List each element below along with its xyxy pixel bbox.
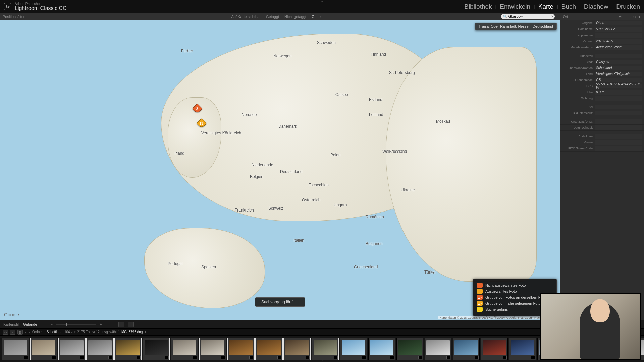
metadata-key: Titel <box>562 105 593 109</box>
filter-none[interactable]: Ohne <box>312 15 321 19</box>
metadata-value[interactable] <box>595 119 642 124</box>
second-window-icon[interactable]: 2 <box>10 330 15 335</box>
map-place-label: Norwegen <box>273 54 292 58</box>
module-book[interactable]: Buch <box>561 3 576 10</box>
filmstrip-thumb[interactable] <box>368 338 395 360</box>
filter-untagged[interactable]: Nicht getaggt <box>284 15 306 19</box>
metadata-value[interactable] <box>595 125 642 130</box>
clear-search-icon[interactable]: ✕ <box>551 15 554 18</box>
map-place-label: Frankreich <box>235 208 254 213</box>
bottom-panel-handle[interactable]: ▴ <box>321 359 323 362</box>
filmstrip-thumb[interactable] <box>312 338 339 360</box>
thumb-badge-icon <box>446 356 450 359</box>
filmstrip-thumb[interactable] <box>143 338 170 360</box>
map-place-label: Polen <box>330 153 341 157</box>
map-place-label: Italien <box>293 238 304 243</box>
thumb-badge-icon <box>193 356 197 359</box>
metadata-key: Vorgabe <box>562 21 593 25</box>
filter-visible-on-map[interactable]: Auf Karte sichtbar <box>231 15 261 19</box>
filmstrip-thumb[interactable] <box>87 338 113 360</box>
module-print[interactable]: Drucken <box>616 3 640 10</box>
metadata-value[interactable] <box>595 96 642 101</box>
grid-view-icon[interactable]: ▦ <box>17 330 23 335</box>
metadata-key: IPTC Szene-Code <box>562 147 593 150</box>
metadata-value[interactable]: GB <box>595 78 642 82</box>
map-place-label: Estland <box>369 97 382 102</box>
thumb-badge-icon <box>418 356 422 359</box>
top-panel-handle[interactable]: ▾ <box>321 0 323 3</box>
path-folder-label: Ordner : <box>32 330 45 334</box>
map-zoom-slider[interactable] <box>56 324 96 325</box>
metadata-value[interactable] <box>595 33 642 38</box>
metadata-row: IPTC Szene-Code <box>560 145 644 152</box>
filmstrip-thumb[interactable]: • • • • <box>509 338 536 360</box>
google-logo: Google <box>4 312 19 317</box>
map-place-label: Nordsee <box>241 112 257 117</box>
filmstrip-thumb[interactable] <box>58 338 85 360</box>
metadata-key: Datum/Uhrzeit <box>562 126 593 129</box>
metadata-value[interactable] <box>595 146 642 151</box>
metadata-value[interactable]: Aktuellster Stand <box>595 45 642 50</box>
path-count-text: 104 von 2175 Fotos/ 12 ausgewählt/ <box>64 330 118 334</box>
metadata-value[interactable]: Schottland <box>595 66 642 70</box>
metadata-value[interactable]: 0,0 m <box>595 90 642 95</box>
thumb-badge-icon <box>165 356 169 359</box>
filmstrip-thumb[interactable] <box>425 338 451 360</box>
map-place-label: Deutschland <box>280 169 303 174</box>
metadata-value[interactable]: 2018-04-29 <box>595 39 642 44</box>
filmstrip-thumb[interactable] <box>2 338 29 360</box>
module-develop[interactable]: Entwickeln <box>500 3 530 10</box>
lock-icon[interactable] <box>118 322 124 327</box>
map-style-value[interactable]: Gelände <box>23 322 37 326</box>
legend-group-same-icon: 123 <box>477 295 483 300</box>
path-folder-value[interactable]: Schottland <box>47 330 62 334</box>
filmstrip-thumb[interactable]: • • • • <box>453 338 480 360</box>
metadata-value[interactable]: 55°50'58.816" N 4°14'25.561" W <box>595 84 642 88</box>
legend-unselected-icon <box>477 283 483 288</box>
metadata-row: Kopiename <box>560 32 644 38</box>
metadata-row: Ortsdetail <box>560 53 644 59</box>
metadata-key: Dateiname <box>562 27 593 31</box>
map-canvas[interactable]: Traisa, Ober-Ramstadt, Hessen, Deutschla… <box>0 20 560 320</box>
metadata-key: GPS <box>562 84 593 88</box>
module-map[interactable]: Karte <box>538 3 553 10</box>
map-searching-toast: Suchvorgang läuft … <box>255 297 305 307</box>
map-landmass <box>386 47 537 282</box>
filmstrip-thumb[interactable] <box>227 338 254 360</box>
filmstrip-thumb[interactable] <box>340 338 367 360</box>
filmstrip-thumb[interactable] <box>30 338 57 360</box>
metadata-value[interactable] <box>595 134 642 139</box>
metadata-value[interactable] <box>595 111 642 115</box>
filmstrip-thumb[interactable] <box>199 338 226 360</box>
metadata-value[interactable]: Ohne <box>595 21 642 25</box>
main-window-icon[interactable]: ▭ <box>3 330 8 335</box>
metadata-key: Ortsdetail <box>562 54 593 58</box>
map-search-box[interactable]: 🔍 ✕ <box>501 14 555 19</box>
thumb-rating: • • • • <box>595 361 604 362</box>
metadata-value[interactable] <box>595 140 642 145</box>
metadata-value[interactable] <box>595 54 642 58</box>
meta-panel-title-right[interactable]: Metadaten <box>618 15 636 19</box>
tracklog-icon[interactable] <box>128 322 134 327</box>
filmstrip-thumb[interactable] <box>171 338 198 360</box>
module-slideshow[interactable]: Diashow <box>584 3 608 10</box>
location-filter-label: Positionsfilter: <box>3 15 25 19</box>
map-search-input[interactable] <box>508 15 551 18</box>
thumb-badge-icon <box>503 356 507 359</box>
filmstrip-thumb[interactable] <box>396 338 423 360</box>
filmstrip-thumb[interactable] <box>256 338 282 360</box>
meta-panel-chevron-icon[interactable]: ▼ <box>638 15 641 19</box>
legend-selected-icon <box>477 289 483 294</box>
filmstrip-thumb[interactable]: • • • • <box>481 338 508 360</box>
brand-line2: Lightroom Classic CC <box>15 6 67 11</box>
filter-tagged[interactable]: Getaggt <box>266 15 279 19</box>
filmstrip-thumb[interactable] <box>284 338 311 360</box>
metadata-value[interactable] <box>595 105 642 109</box>
module-library[interactable]: Bibliothek <box>464 3 492 10</box>
metadata-value[interactable]: < gemischt > <box>595 27 642 32</box>
metadata-value[interactable]: Vereinigtes Königreich <box>595 72 642 76</box>
thumb-badge-icon <box>137 356 141 359</box>
metadata-value[interactable]: Glasgow <box>595 60 642 64</box>
filmstrip-thumb[interactable] <box>115 338 142 360</box>
metadata-key: Land <box>562 72 593 76</box>
